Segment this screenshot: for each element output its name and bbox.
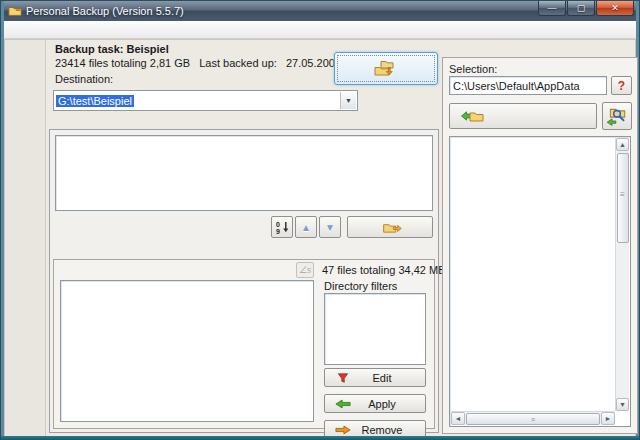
scroll-up-icon[interactable]: ▲ [616, 138, 629, 151]
sort-icon: 09 [275, 220, 290, 235]
backup-directories-list[interactable] [55, 135, 433, 211]
add-to-task-button[interactable] [449, 103, 597, 129]
backup-path-combobox[interactable]: G:\test\Beispiel ▼ [53, 90, 358, 111]
destination-label: Destination: [55, 73, 113, 85]
client-area: Backup task: Beispiel 23414 files totali… [4, 39, 636, 437]
backup-path-value: G:\test\Beispiel [56, 95, 134, 107]
start-backup-icon [373, 59, 395, 78]
search-folder-icon [606, 106, 628, 126]
directories-tab-panel: 09 ▲ ▼ ∠s 47 files totaling 34,42 MB Dir… [49, 129, 439, 433]
filter-funnel-icon [325, 372, 359, 384]
subdirectories-panel: ∠s 47 files totaling 34,42 MB Directory … [53, 259, 435, 429]
selection-path-input[interactable]: C:\Users\Default\AppData [449, 76, 607, 95]
menubar [4, 21, 636, 39]
app-icon [8, 4, 22, 18]
combobox-dropdown-icon[interactable]: ▼ [340, 92, 356, 109]
subdirectory-tree[interactable] [60, 280, 314, 422]
arrow-left-green-icon [325, 398, 359, 410]
scroll-left-icon[interactable]: ◄ [451, 412, 465, 425]
move-up-button[interactable]: ▲ [295, 216, 317, 238]
main-panel: Backup task: Beispiel 23414 files totali… [47, 40, 441, 436]
right-panel: Selection: C:\Users\Default\AppData ? ▲ … [442, 40, 638, 436]
selection-files-info: 47 files totaling 34,42 MB [322, 264, 446, 276]
app-window: Personal Backup (Version 5.5.7) — ▢ ✕ Ba… [0, 0, 640, 440]
right-tabbar [442, 40, 638, 58]
svg-text:9: 9 [275, 228, 279, 235]
remove-filter-button[interactable]: Remove [324, 420, 426, 439]
edit-filter-button[interactable]: Edit [324, 368, 426, 387]
maximize-window-button[interactable]: ▢ [567, 1, 595, 16]
directory-filters-list[interactable] [324, 293, 426, 365]
add-to-task-icon [450, 109, 490, 123]
arrow-down-icon: ▼ [325, 222, 335, 233]
scroll-down-icon[interactable]: ▼ [616, 398, 629, 411]
arrow-up-icon: ▲ [301, 222, 311, 233]
vertical-scroll-thumb[interactable] [617, 153, 629, 243]
directory-filters-label: Directory filters [324, 280, 397, 292]
vertical-scrollbar[interactable]: ▲ ▼ [615, 138, 629, 411]
selection-help-button[interactable]: ? [611, 76, 632, 95]
start-backup-button[interactable] [334, 52, 438, 85]
remove-folder-icon [382, 221, 402, 234]
remove-directory-button[interactable] [347, 216, 433, 238]
computer-tree-container: ▲ ▼ ◄ ≡ ► [449, 136, 631, 427]
sidebar-toolbar [5, 40, 46, 436]
minimize-window-button[interactable]: — [538, 1, 566, 16]
titlebar[interactable]: Personal Backup (Version 5.5.7) — ▢ ✕ [4, 1, 636, 21]
last-backup-label: Last backed up: [199, 57, 277, 69]
svg-text:0: 0 [275, 221, 279, 228]
task-header: Backup task: Beispiel [55, 43, 169, 55]
scroll-right-icon[interactable]: ► [601, 412, 615, 425]
window-title: Personal Backup (Version 5.5.7) [26, 5, 184, 17]
arrow-right-orange-icon [325, 424, 359, 436]
directories-selection-panel: Selection: C:\Users\Default\AppData ? ▲ … [442, 57, 638, 434]
files-total: 23414 files totaling 2,81 GB [55, 57, 190, 69]
move-down-button[interactable]: ▼ [319, 216, 341, 238]
main-tabbar [49, 113, 439, 130]
search-directory-button[interactable] [602, 102, 632, 130]
refresh-selection-button[interactable]: ∠s [296, 262, 314, 278]
sort-directories-button[interactable]: 09 [271, 216, 293, 238]
selection-label: Selection: [449, 63, 497, 75]
close-window-button[interactable]: ✕ [596, 1, 634, 16]
apply-filter-button[interactable]: Apply [324, 394, 426, 413]
refresh-icon: ∠s [299, 265, 312, 275]
computer-tree[interactable] [451, 138, 615, 411]
horizontal-scrollbar[interactable]: ◄ ≡ ► [451, 411, 615, 425]
destination-row: Destination: [55, 73, 119, 85]
horizontal-scroll-thumb[interactable]: ≡ [466, 413, 600, 425]
